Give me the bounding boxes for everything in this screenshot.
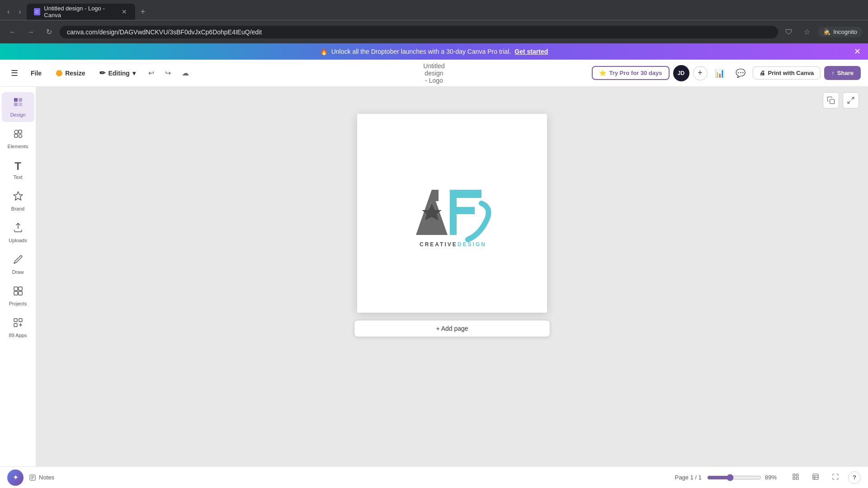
svg-rect-14 bbox=[14, 324, 17, 327]
expand-page-btn[interactable] bbox=[843, 92, 859, 108]
sidebar-item-design[interactable]: Design bbox=[2, 92, 34, 122]
resize-btn[interactable]: Resize bbox=[51, 67, 90, 80]
main-layout: Design Elements T Text bbox=[0, 87, 868, 466]
help-btn[interactable]: ? bbox=[848, 471, 861, 484]
pencil-icon: ✏ bbox=[99, 69, 105, 77]
sidebar-item-brand[interactable]: Brand bbox=[2, 186, 34, 216]
sidebar-item-projects[interactable]: Projects bbox=[2, 281, 34, 311]
address-input[interactable] bbox=[60, 26, 778, 38]
notes-btn[interactable]: Notes bbox=[29, 474, 54, 481]
sidebar-label-apps: 89 Apps bbox=[9, 333, 27, 338]
page-indicator: Page 1 / 1 bbox=[675, 474, 702, 481]
bookmark-icon[interactable]: ☆ bbox=[800, 25, 814, 39]
incognito-icon: 🕵 bbox=[823, 28, 830, 35]
sidebar: Design Elements T Text bbox=[0, 87, 36, 466]
tab-forward-btn[interactable]: › bbox=[15, 6, 24, 18]
tab-close-btn[interactable]: ✕ bbox=[121, 7, 128, 16]
file-btn[interactable]: File bbox=[25, 67, 47, 80]
comment-btn[interactable]: 💬 bbox=[732, 66, 749, 81]
sidebar-label-projects: Projects bbox=[9, 301, 27, 306]
tab-title: Untitled design - Logo - Canva bbox=[44, 5, 117, 19]
list-view-btn[interactable] bbox=[808, 471, 823, 484]
add-collaborator-btn[interactable]: + bbox=[693, 66, 708, 80]
svg-rect-5 bbox=[19, 130, 22, 133]
stats-btn[interactable]: 📊 bbox=[711, 66, 728, 81]
sidebar-item-text[interactable]: T Text bbox=[2, 155, 34, 184]
toolbar: ☰ File Resize ✏ Editing ▾ ↩ ↪ ☁ Untitled… bbox=[0, 60, 868, 87]
canvas-area[interactable]: CREATIVE DESIGN + Add page bbox=[36, 87, 868, 466]
share-btn[interactable]: ↑ Share bbox=[824, 66, 861, 80]
avatar-btn[interactable]: JD bbox=[673, 65, 689, 81]
sidebar-item-elements[interactable]: Elements bbox=[2, 124, 34, 154]
sidebar-item-uploads[interactable]: Uploads bbox=[2, 218, 34, 248]
uploads-icon bbox=[13, 222, 24, 236]
svg-rect-12 bbox=[14, 319, 17, 322]
canvas-toolbar bbox=[823, 92, 859, 108]
chevron-down-icon: ▾ bbox=[132, 70, 136, 77]
zoom-slider-container: 89% bbox=[707, 474, 783, 481]
svg-rect-1 bbox=[19, 98, 22, 102]
sidebar-label-draw: Draw bbox=[12, 269, 24, 275]
fullscreen-btn[interactable] bbox=[828, 471, 843, 484]
editing-label: Editing bbox=[108, 70, 129, 77]
magic-btn[interactable]: ✦ bbox=[7, 469, 24, 486]
toolbar-center: Untitled design - Logo bbox=[416, 60, 452, 87]
svg-rect-8 bbox=[14, 287, 18, 291]
design-title-btn[interactable]: Untitled design - Logo bbox=[416, 60, 452, 87]
incognito-btn[interactable]: 🕵 Incognito bbox=[818, 27, 863, 37]
bottom-right: Page 1 / 1 89% bbox=[675, 471, 861, 484]
svg-rect-10 bbox=[14, 291, 18, 295]
active-tab[interactable]: C Untitled design - Logo - Canva ✕ bbox=[27, 4, 135, 20]
svg-rect-28 bbox=[793, 474, 795, 476]
print-btn[interactable]: 🖨 Print with Canva bbox=[753, 66, 821, 80]
design-canvas[interactable]: CREATIVE DESIGN bbox=[357, 114, 547, 313]
copy-page-btn[interactable] bbox=[823, 92, 839, 108]
toolbar-left: ☰ File Resize ✏ Editing ▾ ↩ ↪ ☁ bbox=[7, 65, 412, 82]
grid-view-btn[interactable] bbox=[788, 471, 803, 484]
sidebar-label-brand: Brand bbox=[11, 206, 24, 211]
promo-close-btn[interactable]: ✕ bbox=[854, 47, 861, 56]
canva-app: 🔥 Unlock all the Droptober launches with… bbox=[0, 43, 868, 488]
zoom-slider[interactable] bbox=[707, 474, 761, 481]
menu-btn[interactable]: ☰ bbox=[7, 65, 22, 82]
apps-icon bbox=[13, 317, 24, 331]
sidebar-item-apps[interactable]: 89 Apps bbox=[2, 313, 34, 343]
svg-rect-11 bbox=[19, 291, 22, 295]
sidebar-label-design: Design bbox=[10, 112, 25, 117]
forward-btn[interactable]: → bbox=[24, 25, 38, 39]
projects-icon bbox=[13, 286, 24, 299]
editing-btn[interactable]: ✏ Editing ▾ bbox=[94, 66, 141, 80]
add-page-btn[interactable]: + Add page bbox=[354, 320, 550, 337]
tab-back-btn[interactable]: ‹ bbox=[4, 6, 13, 18]
promo-banner: 🔥 Unlock all the Droptober launches with… bbox=[0, 43, 868, 60]
svg-rect-9 bbox=[19, 287, 22, 291]
sidebar-label-uploads: Uploads bbox=[9, 238, 27, 243]
promo-cta-link[interactable]: Get started bbox=[514, 48, 548, 55]
back-btn[interactable]: ← bbox=[5, 25, 20, 39]
undo-btn[interactable]: ↩ bbox=[145, 66, 158, 80]
sidebar-item-draw[interactable]: Draw bbox=[2, 249, 34, 279]
resize-label: Resize bbox=[65, 70, 85, 77]
tab-favicon: C bbox=[34, 8, 41, 15]
svg-rect-32 bbox=[813, 474, 818, 479]
cloud-save-icon[interactable]: ☁ bbox=[178, 66, 193, 80]
elements-icon bbox=[13, 128, 24, 142]
draw-icon bbox=[13, 254, 24, 267]
bottom-left: ✦ Notes bbox=[7, 469, 54, 486]
refresh-btn[interactable]: ↻ bbox=[42, 25, 56, 39]
notes-label: Notes bbox=[39, 474, 54, 481]
try-pro-label: Try Pro for 30 days bbox=[609, 70, 662, 76]
svg-rect-30 bbox=[793, 477, 795, 479]
svg-rect-13 bbox=[19, 319, 22, 322]
svg-rect-29 bbox=[796, 474, 798, 476]
svg-rect-3 bbox=[19, 103, 22, 106]
new-tab-btn[interactable]: + bbox=[137, 5, 149, 19]
brand-icon bbox=[13, 191, 24, 204]
shield-icon[interactable]: 🛡 bbox=[782, 25, 796, 39]
address-bar-row: ← → ↻ 🛡 ☆ 🕵 Incognito bbox=[0, 20, 868, 43]
redo-btn[interactable]: ↪ bbox=[161, 66, 175, 80]
resize-dot-icon bbox=[56, 70, 62, 76]
logo-design: CREATIVE DESIGN bbox=[384, 158, 520, 268]
try-pro-btn[interactable]: ⭐ Try Pro for 30 days bbox=[592, 66, 669, 80]
sidebar-label-text: Text bbox=[13, 174, 22, 180]
